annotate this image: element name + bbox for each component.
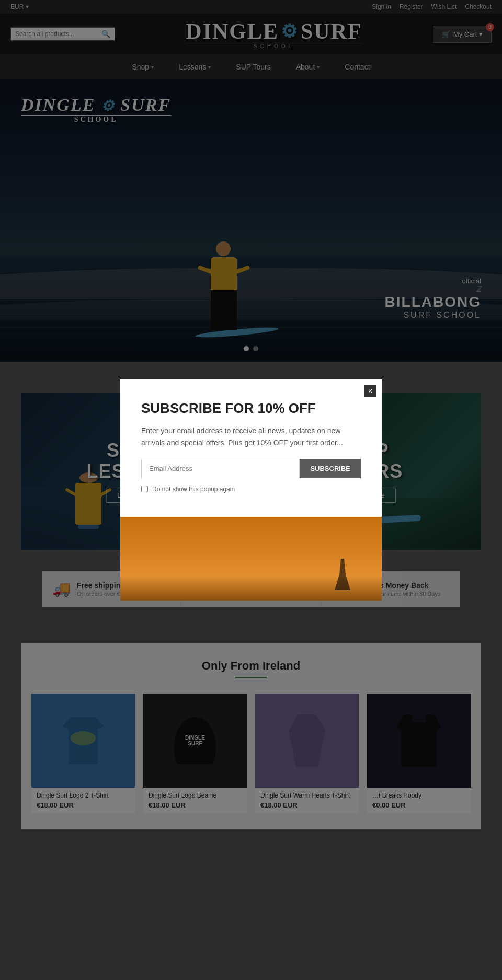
popup-checkbox-row: Do not show this popup again	[141, 486, 361, 493]
popup-description: Enter your email address to receive all …	[141, 425, 361, 448]
popup-close-button[interactable]: ×	[364, 385, 376, 397]
popup-title: SUBSCRIBE FOR 10% OFF	[141, 400, 361, 417]
popup-image-strip	[120, 517, 382, 601]
popup-no-show-checkbox[interactable]	[141, 486, 148, 492]
subscribe-popup: × SUBSCRIBE FOR 10% OFF Enter your email…	[120, 379, 382, 601]
popup-subscribe-button[interactable]: SUBSCRIBE	[300, 459, 361, 478]
popup-overlay[interactable]: × SUBSCRIBE FOR 10% OFF Enter your email…	[0, 0, 502, 980]
popup-email-form: SUBSCRIBE	[141, 459, 361, 478]
sunset-surfer-image	[120, 517, 382, 601]
popup-content: SUBSCRIBE FOR 10% OFF Enter your email a…	[120, 379, 382, 517]
popup-checkbox-label: Do not show this popup again	[152, 486, 235, 493]
popup-email-input[interactable]	[141, 459, 300, 478]
